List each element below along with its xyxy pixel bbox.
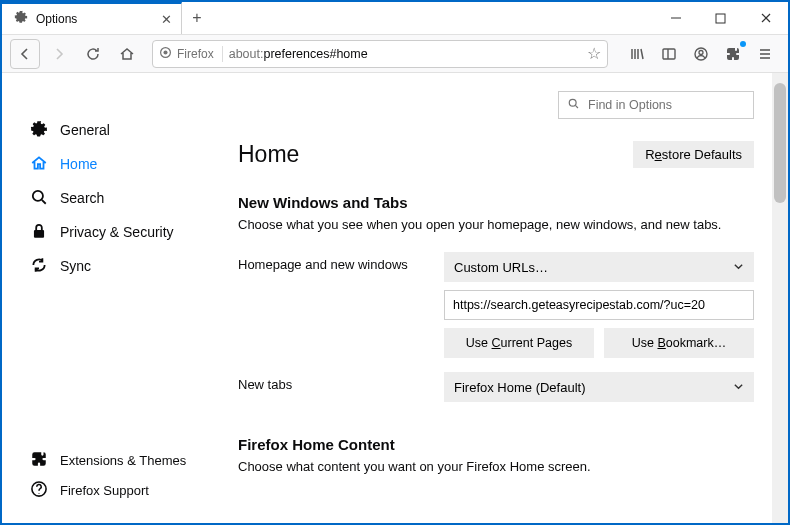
preferences-page: General Home Search Privacy & Security S…	[2, 73, 788, 523]
back-button[interactable]	[10, 39, 40, 69]
window-controls	[653, 2, 788, 34]
svg-rect-6	[663, 49, 675, 59]
sidebar-item-extensions[interactable]: Extensions & Themes	[30, 445, 186, 475]
chevron-down-icon	[733, 260, 744, 275]
search-icon	[567, 97, 580, 113]
homepage-url-input[interactable]	[444, 290, 754, 320]
content-area: Find in Options Home Restore Defaults Ne…	[212, 73, 788, 523]
newtabs-row: New tabs Firefox Home (Default)	[238, 372, 754, 402]
reload-button[interactable]	[78, 39, 108, 69]
new-tab-button[interactable]: +	[182, 2, 212, 34]
sidebar-item-label: Privacy & Security	[60, 224, 174, 240]
scrollbar-thumb[interactable]	[774, 83, 786, 203]
sidebar-item-home[interactable]: Home	[30, 147, 212, 181]
gear-icon	[30, 120, 48, 141]
sidebar-item-label: Sync	[60, 258, 91, 274]
lock-icon	[30, 222, 48, 243]
svg-point-9	[699, 50, 703, 54]
svg-point-13	[33, 190, 43, 200]
menu-icon[interactable]	[750, 39, 780, 69]
close-icon[interactable]: ✕	[159, 12, 173, 26]
use-current-pages-button[interactable]: Use Current Pages	[444, 328, 594, 358]
titlebar: Options ✕ +	[2, 2, 788, 35]
tab-title: Options	[36, 12, 151, 26]
bookmark-star-icon[interactable]: ☆	[587, 44, 601, 63]
library-icon[interactable]	[622, 39, 652, 69]
section-heading-home-content: Firefox Home Content	[238, 436, 754, 453]
question-icon	[30, 480, 48, 501]
section-description: Choose what content you want on your Fir…	[238, 459, 754, 474]
sidebar-item-label: Firefox Support	[60, 483, 149, 498]
svg-line-14	[42, 199, 46, 203]
account-icon[interactable]	[686, 39, 716, 69]
sidebar-item-label: Home	[60, 156, 97, 172]
svg-line-18	[575, 105, 578, 108]
sidebar-icon[interactable]	[654, 39, 684, 69]
gear-icon	[14, 10, 28, 28]
homepage-select[interactable]: Custom URLs…	[444, 252, 754, 282]
chevron-down-icon	[733, 380, 744, 395]
addons-icon[interactable]	[718, 39, 748, 69]
forward-button[interactable]	[44, 39, 74, 69]
select-value: Firefox Home (Default)	[454, 380, 585, 395]
homepage-row: Homepage and new windows Custom URLs… Us…	[238, 252, 754, 358]
use-bookmark-button[interactable]: Use Bookmark…	[604, 328, 754, 358]
svg-point-5	[163, 50, 167, 54]
close-window-button[interactable]	[743, 2, 788, 34]
sidebar: General Home Search Privacy & Security S…	[2, 73, 212, 523]
maximize-button[interactable]	[698, 2, 743, 34]
svg-point-17	[569, 99, 576, 106]
sidebar-item-search[interactable]: Search	[30, 181, 212, 215]
sidebar-item-privacy[interactable]: Privacy & Security	[30, 215, 212, 249]
section-heading-windows-tabs: New Windows and Tabs	[238, 194, 754, 211]
svg-rect-15	[34, 229, 44, 237]
sidebar-item-label: Search	[60, 190, 104, 206]
scrollbar[interactable]	[772, 73, 788, 523]
sync-icon	[30, 256, 48, 277]
puzzle-icon	[30, 450, 48, 471]
minimize-button[interactable]	[653, 2, 698, 34]
identity-label: Firefox	[177, 47, 214, 61]
sidebar-item-support[interactable]: Firefox Support	[30, 475, 186, 505]
sidebar-item-general[interactable]: General	[30, 113, 212, 147]
homepage-label: Homepage and new windows	[238, 252, 444, 272]
find-placeholder: Find in Options	[588, 98, 672, 112]
firefox-icon	[159, 46, 172, 62]
svg-rect-1	[716, 14, 725, 23]
sidebar-item-label: General	[60, 122, 110, 138]
toolbar: Firefox about:preferences#home ☆	[2, 35, 788, 73]
newtabs-label: New tabs	[238, 372, 444, 392]
home-button[interactable]	[112, 39, 142, 69]
sidebar-item-sync[interactable]: Sync	[30, 249, 212, 283]
search-icon	[30, 188, 48, 209]
section-description: Choose what you see when you open your h…	[238, 217, 754, 232]
select-value: Custom URLs…	[454, 260, 548, 275]
sidebar-item-label: Extensions & Themes	[60, 453, 186, 468]
identity-box[interactable]: Firefox	[159, 46, 223, 62]
restore-defaults-button[interactable]: Restore Defaults	[633, 141, 754, 168]
url-bar[interactable]: Firefox about:preferences#home ☆	[152, 40, 608, 68]
browser-tab-options[interactable]: Options ✕	[2, 2, 182, 34]
find-in-options-input[interactable]: Find in Options	[558, 91, 754, 119]
home-icon	[30, 154, 48, 175]
url-text: about:preferences#home	[229, 47, 581, 61]
newtabs-select[interactable]: Firefox Home (Default)	[444, 372, 754, 402]
